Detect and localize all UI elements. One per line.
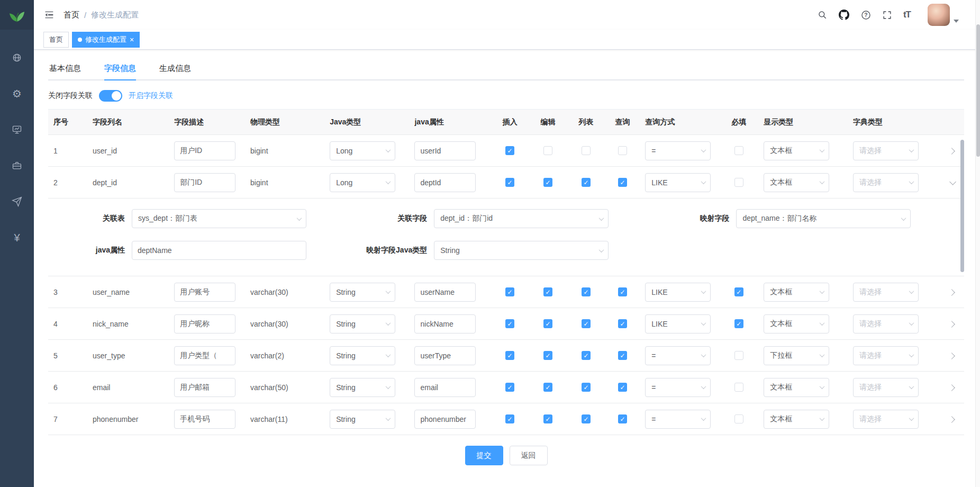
related-table-select[interactable]: sys_dept：部门表 [132, 209, 306, 228]
field-desc-input[interactable] [174, 378, 235, 397]
app-logo[interactable] [0, 0, 34, 30]
edit-checkbox[interactable] [543, 414, 552, 423]
field-desc-input[interactable] [174, 173, 235, 192]
list-checkbox[interactable] [582, 178, 591, 187]
java-attr-input[interactable] [414, 410, 476, 429]
java-type-select[interactable]: String [330, 378, 395, 397]
dict-type-select[interactable]: 请选择 [853, 314, 919, 333]
font-size-icon[interactable]: tT [903, 8, 911, 22]
query-type-select[interactable]: LIKE [645, 314, 711, 333]
query-checkbox[interactable] [618, 383, 627, 392]
query-checkbox[interactable] [618, 319, 627, 328]
list-checkbox[interactable] [582, 383, 591, 392]
list-checkbox[interactable] [582, 414, 591, 423]
insert-checkbox[interactable] [505, 351, 514, 360]
expand-row-icon[interactable] [948, 289, 955, 296]
dict-type-select[interactable]: 请选择 [853, 346, 919, 365]
java-attr-input[interactable] [414, 378, 476, 397]
html-type-select[interactable]: 文本框 [764, 314, 829, 333]
java-type-select[interactable]: String [330, 346, 395, 365]
question-icon[interactable]: ? [861, 8, 871, 22]
edit-checkbox[interactable] [543, 146, 552, 155]
query-type-select[interactable]: = [645, 378, 711, 397]
list-checkbox[interactable] [582, 319, 591, 328]
tag-current[interactable]: 修改生成配置 × [72, 32, 140, 48]
html-type-select[interactable]: 文本框 [764, 283, 829, 302]
tab-basic-info[interactable]: 基本信息 [48, 57, 93, 79]
java-attr-input[interactable] [414, 141, 476, 160]
list-checkbox[interactable] [582, 287, 591, 296]
query-type-select[interactable]: = [645, 346, 711, 365]
query-checkbox[interactable] [618, 178, 627, 187]
tag-home[interactable]: 首页 [43, 32, 69, 48]
edit-checkbox[interactable] [543, 351, 552, 360]
required-checkbox[interactable] [734, 146, 743, 155]
mapped-field-select[interactable]: dept_name：部门名称 [736, 209, 911, 228]
breadcrumb-home[interactable]: 首页 [63, 10, 79, 20]
dict-type-select[interactable]: 请选择 [853, 283, 919, 302]
close-icon[interactable]: × [130, 36, 134, 43]
fullscreen-icon[interactable] [883, 8, 892, 22]
tab-gen-info[interactable]: 生成信息 [148, 57, 203, 79]
list-checkbox[interactable] [582, 146, 591, 155]
html-type-select[interactable]: 文本框 [764, 173, 829, 192]
field-desc-input[interactable] [174, 141, 235, 160]
field-relation-switch[interactable] [99, 90, 122, 102]
edit-checkbox[interactable] [543, 383, 552, 392]
query-checkbox[interactable] [618, 414, 627, 423]
query-type-select[interactable]: LIKE [645, 173, 711, 192]
table-scrollbar-thumb[interactable] [960, 140, 964, 272]
insert-checkbox[interactable] [505, 287, 514, 296]
back-button[interactable]: 返回 [510, 446, 548, 465]
dict-type-select[interactable]: 请选择 [853, 378, 919, 397]
required-checkbox[interactable] [734, 319, 743, 328]
required-checkbox[interactable] [734, 351, 743, 360]
html-type-select[interactable]: 文本框 [764, 410, 829, 429]
search-icon[interactable] [818, 8, 827, 22]
required-checkbox[interactable] [734, 414, 743, 423]
dict-type-select[interactable]: 请选择 [853, 141, 919, 160]
required-checkbox[interactable] [734, 178, 743, 187]
java-type-select[interactable]: Long [330, 141, 395, 160]
insert-checkbox[interactable] [505, 146, 514, 155]
list-checkbox[interactable] [582, 351, 591, 360]
sidebar-item-guide[interactable] [0, 194, 34, 210]
edit-checkbox[interactable] [543, 319, 552, 328]
java-type-select[interactable]: Long [330, 173, 395, 192]
query-checkbox[interactable] [618, 351, 627, 360]
expand-row-icon[interactable] [948, 384, 955, 391]
html-type-select[interactable]: 下拉框 [764, 346, 829, 365]
expand-row-icon[interactable] [949, 178, 956, 185]
page-scrollbar-thumb[interactable] [976, 24, 980, 157]
field-desc-input[interactable] [174, 314, 235, 333]
required-checkbox[interactable] [734, 383, 743, 392]
tab-field-info[interactable]: 字段信息 [93, 57, 148, 79]
query-checkbox[interactable] [618, 287, 627, 296]
java-type-select[interactable]: String [330, 314, 395, 333]
insert-checkbox[interactable] [505, 414, 514, 423]
expand-row-icon[interactable] [948, 416, 955, 423]
sidebar-toggle-button[interactable] [43, 9, 55, 21]
html-type-select[interactable]: 文本框 [764, 378, 829, 397]
submit-button[interactable]: 提交 [465, 446, 503, 465]
field-desc-input[interactable] [174, 410, 235, 429]
required-checkbox[interactable] [734, 287, 743, 296]
java-attr-input[interactable] [414, 314, 476, 333]
field-desc-input[interactable] [174, 283, 235, 302]
dict-type-select[interactable]: 请选择 [853, 410, 919, 429]
mapped-java-type-select[interactable]: String [434, 241, 609, 260]
query-type-select[interactable]: LIKE [645, 283, 711, 302]
expand-row-icon[interactable] [948, 321, 955, 328]
java-type-select[interactable]: String [330, 283, 395, 302]
html-type-select[interactable]: 文本框 [764, 141, 829, 160]
expand-row-icon[interactable] [948, 353, 955, 359]
query-checkbox[interactable] [618, 146, 627, 155]
sidebar-item-dashboard[interactable] [0, 50, 34, 66]
github-icon[interactable] [839, 8, 849, 22]
insert-checkbox[interactable] [505, 383, 514, 392]
java-attr-input[interactable] [414, 283, 476, 302]
java-attr-input[interactable] [414, 173, 476, 192]
field-desc-input[interactable] [174, 346, 235, 365]
edit-checkbox[interactable] [543, 178, 552, 187]
insert-checkbox[interactable] [505, 319, 514, 328]
